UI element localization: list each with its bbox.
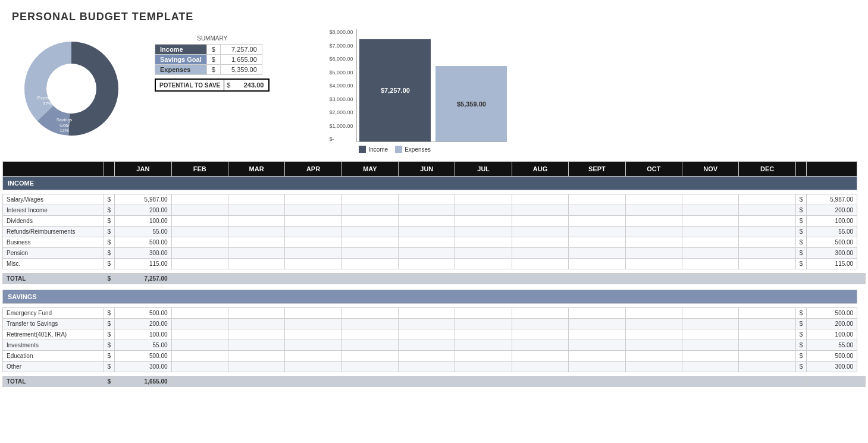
legend-expenses: Expenses	[395, 146, 431, 153]
savings-month-0-9	[682, 308, 739, 319]
income-month-0-3	[341, 194, 398, 205]
income-jan-1: 200.00	[115, 205, 171, 216]
bar-expenses: $5,359.00	[435, 66, 507, 142]
income-month-5-6	[512, 248, 568, 259]
income-month-1-0	[171, 205, 228, 216]
income-month-1-10	[739, 205, 795, 216]
svg-point-3	[46, 64, 96, 114]
bar-income: $7,257.00	[359, 39, 431, 142]
header-aug: AUG	[512, 162, 568, 177]
savings-month-0-7	[569, 308, 625, 319]
income-month-1-2	[285, 205, 341, 216]
legend-income: Income	[359, 146, 388, 153]
income-month-1-7	[569, 205, 625, 216]
income-total-jan: 7,257.00	[115, 274, 171, 284]
income-month-1-3	[341, 205, 398, 216]
header-apr: APR	[285, 162, 341, 177]
income-label-1: Interest Income	[3, 205, 104, 216]
savings-jan-3: 55.00	[115, 340, 171, 351]
page-title: PERSONAL BUDGET TEMPLATE	[0, 0, 868, 29]
income-label-5: Pension	[3, 248, 104, 259]
income-month-6-5	[455, 259, 512, 269]
spacer-savings-2	[3, 372, 866, 376]
summary-savings-row: Savings Goal $ 1,655.00	[155, 55, 262, 65]
y-label-0: $-	[329, 136, 353, 142]
summary-income-label: Income	[155, 45, 207, 55]
income-label-3: Refunds/Reimbursements	[3, 227, 104, 237]
savings-month-4-8	[625, 351, 682, 362]
savings-dollar-4: $	[104, 351, 115, 362]
income-month-1-1	[228, 205, 284, 216]
savings-month-1-10	[739, 319, 795, 329]
savings-month-5-0	[171, 362, 228, 372]
svg-text:51%: 51%	[69, 78, 80, 84]
income-month-4-3	[341, 237, 398, 248]
savings-month-1-3	[341, 319, 398, 329]
savings-month-1-1	[228, 319, 284, 329]
income-month-0-0	[171, 194, 228, 205]
savings-month-1-0	[171, 319, 228, 329]
savings-month-4-5	[455, 351, 512, 362]
svg-text:12%: 12%	[59, 128, 68, 133]
header-may: MAY	[341, 162, 398, 177]
income-month-2-10	[739, 216, 795, 227]
savings-month-4-4	[399, 351, 455, 362]
income-month-6-4	[399, 259, 455, 269]
income-month-1-5	[455, 205, 512, 216]
savings-month-2-10	[739, 329, 795, 340]
income-total-label: TOTAL	[3, 274, 104, 284]
savings-label-0: Emergency Fund	[3, 308, 104, 319]
savings-label-4: Education	[3, 351, 104, 362]
income-month-0-10	[739, 194, 795, 205]
income-month-3-6	[512, 227, 568, 237]
income-month-1-4	[399, 205, 455, 216]
income-month-5-5	[455, 248, 512, 259]
summary-income-row: Income $ 7,257.00	[155, 45, 262, 55]
income-month-0-8	[625, 194, 682, 205]
income-month-2-3	[341, 216, 398, 227]
y-label-7: $7,000.00	[329, 43, 353, 49]
savings-jan-1: 200.00	[115, 319, 171, 329]
savings-month-1-7	[569, 319, 625, 329]
income-month-4-9	[682, 237, 739, 248]
savings-total-jan: 1,655.00	[115, 376, 171, 387]
savings-month-2-3	[341, 329, 398, 340]
savings-month-1-6	[512, 319, 568, 329]
y-label-2: $2,000.00	[329, 109, 353, 115]
savings-month-2-2	[285, 329, 341, 340]
income-month-2-4	[399, 216, 455, 227]
header-oct: OCT	[625, 162, 682, 177]
svg-text:Income: Income	[65, 72, 83, 78]
savings-month-5-10	[739, 362, 795, 372]
income-label-6: Misc.	[3, 259, 104, 269]
summary-expenses-dollar: $	[206, 65, 220, 75]
savings-total-dollar-sign: $	[104, 376, 115, 387]
savings-month-4-9	[682, 351, 739, 362]
income-month-0-7	[569, 194, 625, 205]
savings-row-1: Transfer to Savings$200.00$200.00	[3, 319, 866, 329]
savings-month-3-4	[399, 340, 455, 351]
savings-month-0-6	[512, 308, 568, 319]
income-dollar-5: $	[104, 248, 115, 259]
income-month-6-6	[512, 259, 568, 269]
savings-section-header: SAVINGS	[3, 290, 866, 304]
savings-section-label: SAVINGS	[3, 290, 857, 304]
income-row-0: Salary/Wages$5,987.00$5,987.00	[3, 194, 866, 205]
income-month-2-5	[455, 216, 512, 227]
income-month-4-1	[228, 237, 284, 248]
income-month-3-5	[455, 227, 512, 237]
chart-legend: Income Expenses	[359, 146, 431, 153]
income-jan-0: 5,987.00	[115, 194, 171, 205]
income-month-5-9	[682, 248, 739, 259]
income-row-5: Pension$300.00$300.00	[3, 248, 866, 259]
legend-expenses-box	[395, 146, 402, 153]
income-month-5-2	[285, 248, 341, 259]
income-month-6-10	[739, 259, 795, 269]
savings-month-5-5	[455, 362, 512, 372]
summary-title: SUMMARY	[155, 35, 270, 42]
income-month-5-0	[171, 248, 228, 259]
income-label-2: Dividends	[3, 216, 104, 227]
income-month-6-8	[625, 259, 682, 269]
legend-expenses-label: Expenses	[405, 146, 431, 153]
donut-chart: Income 51% Expenses 37% Savings Goal 12%	[12, 29, 143, 149]
